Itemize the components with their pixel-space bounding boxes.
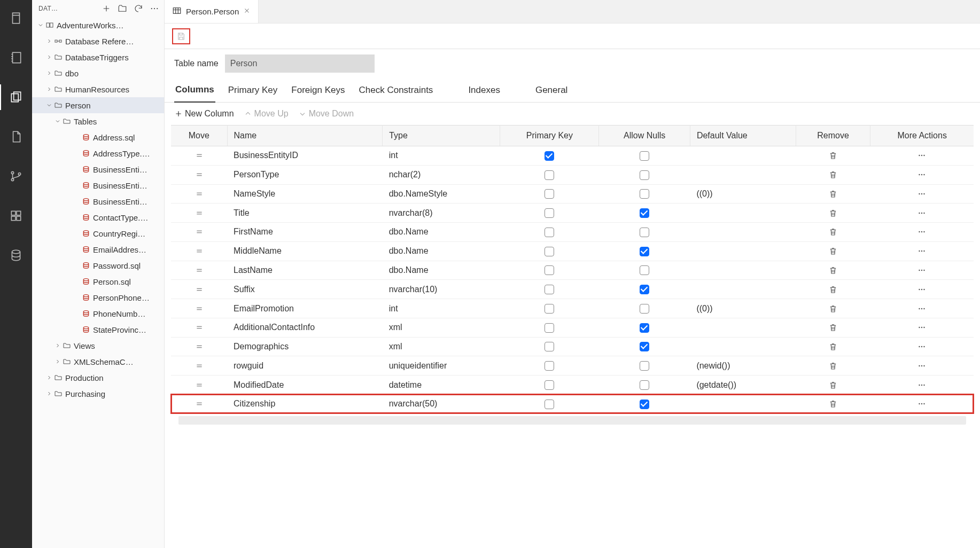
drag-handle-icon[interactable]: [177, 286, 221, 293]
more-icon[interactable]: [149, 3, 160, 14]
chevron-right-icon[interactable]: [45, 70, 53, 76]
more-actions-icon[interactable]: [877, 246, 967, 256]
trash-icon[interactable]: [802, 361, 864, 371]
table-row[interactable]: Suffixnvarchar(10): [171, 280, 974, 299]
chevron-down-icon[interactable]: [45, 102, 53, 108]
primary-key-checkbox[interactable]: [545, 342, 554, 351]
tree-item[interactable]: dbo: [32, 65, 164, 81]
tree-item[interactable]: HumanResources: [32, 81, 164, 97]
page-icon[interactable]: [0, 5, 32, 31]
table-row[interactable]: PersonTypenchar(2): [171, 165, 974, 184]
chevron-right-icon[interactable]: [45, 374, 53, 381]
table-row[interactable]: BusinessEntityIDint: [171, 146, 974, 166]
table-row[interactable]: LastNamedbo.Name: [171, 261, 974, 280]
table-row[interactable]: FirstNamedbo.Name: [171, 223, 974, 242]
drag-handle-icon[interactable]: [177, 228, 221, 236]
tree-item[interactable]: Person.sql: [32, 273, 164, 289]
more-actions-icon[interactable]: [877, 399, 967, 409]
notebook-icon[interactable]: [0, 45, 32, 71]
chevron-right-icon[interactable]: [53, 342, 62, 349]
primary-key-checkbox[interactable]: [545, 285, 554, 294]
more-actions-icon[interactable]: [877, 342, 967, 351]
tree-item[interactable]: XMLSchemaC…: [32, 354, 164, 370]
chevron-down-icon[interactable]: [36, 22, 45, 28]
table-row[interactable]: EmailPromotionint((0)): [171, 299, 974, 318]
allow-nulls-checkbox[interactable]: [640, 380, 649, 390]
table-row[interactable]: NameStyledbo.NameStyle((0)): [171, 184, 974, 203]
tree-item[interactable]: AddressType.…: [32, 145, 164, 161]
allow-nulls-checkbox[interactable]: [640, 151, 649, 161]
chevron-down-icon[interactable]: [53, 118, 62, 124]
primary-key-checkbox[interactable]: [545, 265, 554, 275]
allow-nulls-checkbox[interactable]: [640, 342, 649, 351]
tree-item[interactable]: Person: [32, 97, 164, 113]
drag-handle-icon[interactable]: [177, 190, 221, 198]
more-actions-icon[interactable]: [877, 189, 967, 199]
primary-key-checkbox[interactable]: [545, 400, 554, 409]
table-row[interactable]: Titlenvarchar(8): [171, 203, 974, 223]
drag-handle-icon[interactable]: [177, 381, 221, 389]
trash-icon[interactable]: [802, 208, 864, 218]
editor-tab[interactable]: Person.Person: [165, 0, 259, 23]
more-actions-icon[interactable]: [877, 170, 967, 179]
allow-nulls-checkbox[interactable]: [640, 247, 649, 256]
primary-key-checkbox[interactable]: [545, 247, 554, 256]
move-up-button[interactable]: Move Up: [244, 109, 289, 119]
allow-nulls-checkbox[interactable]: [640, 189, 649, 199]
plus-icon[interactable]: [101, 3, 112, 14]
trash-icon[interactable]: [802, 399, 864, 409]
move-down-button[interactable]: Move Down: [298, 109, 354, 119]
open-folder-icon[interactable]: [117, 3, 128, 14]
drag-handle-icon[interactable]: [177, 209, 221, 217]
chevron-right-icon[interactable]: [45, 54, 53, 60]
table-row[interactable]: MiddleNamedbo.Name: [171, 241, 974, 261]
primary-key-checkbox[interactable]: [545, 323, 554, 333]
section-tab-general[interactable]: General: [534, 82, 569, 102]
trash-icon[interactable]: [802, 189, 864, 199]
trash-icon[interactable]: [802, 151, 864, 160]
file-icon[interactable]: [0, 124, 32, 150]
table-row[interactable]: ModifiedDatedatetime(getdate()): [171, 375, 974, 395]
tree-item[interactable]: BusinessEnti…: [32, 161, 164, 177]
section-tab-check-constraints[interactable]: Check Constraints: [357, 82, 434, 102]
chevron-right-icon[interactable]: [45, 390, 53, 397]
drag-handle-icon[interactable]: [177, 267, 221, 274]
allow-nulls-checkbox[interactable]: [640, 265, 649, 275]
trash-icon[interactable]: [802, 304, 864, 314]
database-icon[interactable]: [0, 242, 32, 268]
primary-key-checkbox[interactable]: [545, 170, 554, 180]
trash-icon[interactable]: [802, 342, 864, 351]
allow-nulls-checkbox[interactable]: [640, 304, 649, 314]
branch-icon[interactable]: [0, 163, 32, 189]
section-tab-indexes[interactable]: Indexes: [467, 82, 501, 102]
tree-item[interactable]: ContactType.…: [32, 209, 164, 225]
chevron-right-icon[interactable]: [53, 358, 62, 365]
allow-nulls-checkbox[interactable]: [640, 361, 649, 371]
more-actions-icon[interactable]: [877, 265, 967, 275]
allow-nulls-checkbox[interactable]: [640, 285, 649, 294]
files-icon[interactable]: [0, 84, 32, 110]
tree-item[interactable]: BusinessEnti…: [32, 177, 164, 193]
drag-handle-icon[interactable]: [177, 171, 221, 178]
trash-icon[interactable]: [802, 227, 864, 237]
extensions-icon[interactable]: [0, 203, 32, 229]
more-actions-icon[interactable]: [877, 380, 967, 390]
section-tab-primary-key[interactable]: Primary Key: [227, 82, 279, 102]
tree-item[interactable]: PersonPhone…: [32, 289, 164, 306]
trash-icon[interactable]: [802, 265, 864, 275]
tree-item[interactable]: Address.sql: [32, 129, 164, 145]
refresh-icon[interactable]: [133, 3, 144, 14]
drag-handle-icon[interactable]: [177, 400, 221, 408]
tree-item[interactable]: AdventureWorks…: [32, 17, 164, 33]
section-tab-foreign-keys[interactable]: Foreign Keys: [290, 82, 346, 102]
tree-item[interactable]: EmailAddres…: [32, 241, 164, 257]
drag-handle-icon[interactable]: [177, 152, 221, 159]
trash-icon[interactable]: [802, 380, 864, 390]
allow-nulls-checkbox[interactable]: [640, 170, 649, 180]
chevron-right-icon[interactable]: [45, 38, 53, 44]
trash-icon[interactable]: [802, 246, 864, 256]
drag-handle-icon[interactable]: [177, 324, 221, 331]
trash-icon[interactable]: [802, 323, 864, 332]
chevron-right-icon[interactable]: [45, 86, 53, 92]
tree-item[interactable]: BusinessEnti…: [32, 193, 164, 209]
